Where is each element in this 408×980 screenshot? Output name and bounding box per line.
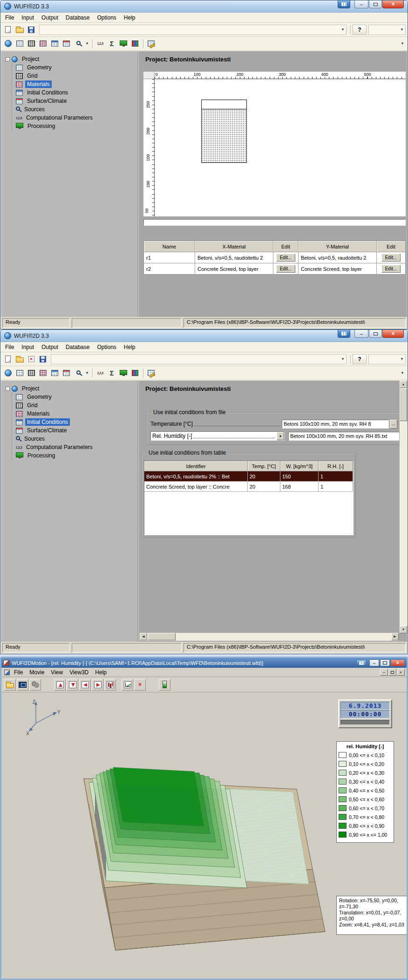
- viewport-3d[interactable]: Z Y X: [1, 692, 407, 979]
- tree-item-geometry[interactable]: Geometry: [16, 393, 136, 401]
- scrollbar-thumb[interactable]: [400, 389, 407, 421]
- graph-button[interactable]: [122, 679, 133, 691]
- computational-parameters-button[interactable]: 1,2,3: [95, 38, 106, 49]
- tree-item-grid[interactable]: Grid: [16, 72, 136, 80]
- surface-plot[interactable]: [52, 735, 331, 968]
- column-header-identifier[interactable]: Identifier: [144, 461, 248, 471]
- help-button[interactable]: ?: [353, 354, 367, 364]
- quantity-button-4[interactable]: [92, 679, 103, 691]
- menu-database[interactable]: Database: [62, 13, 93, 22]
- edit-x-material-button[interactable]: Edit...: [276, 254, 296, 262]
- menu-file[interactable]: File: [11, 668, 26, 677]
- tree-expander[interactable]: -: [6, 57, 10, 61]
- tree-item-geometry[interactable]: Geometry: [16, 63, 136, 72]
- mdi-minimize-button[interactable]: –: [380, 669, 388, 676]
- new-button[interactable]: [2, 354, 14, 365]
- humidity-file-field[interactable]: Betoni 100x100 mm, 20 mm syv. RH 85.txt: [288, 432, 403, 441]
- results-button[interactable]: [118, 38, 129, 49]
- initial-conditions-button[interactable]: [49, 38, 60, 49]
- sources-button[interactable]: [72, 38, 83, 49]
- quantity-button-5[interactable]: [104, 679, 116, 691]
- toolbar-overflow-dropdown[interactable]: ▼: [399, 39, 406, 49]
- materials-button[interactable]: [37, 38, 48, 49]
- menu-help[interactable]: Help: [92, 668, 110, 677]
- tree-item-project[interactable]: - Project: [6, 384, 136, 393]
- scroll-up-button[interactable]: ▲: [400, 381, 407, 388]
- geometry-canvas[interactable]: 0 100 200 300 400 500 250 200 150 100 50: [143, 72, 406, 216]
- close-result-button[interactable]: ×: [134, 679, 146, 691]
- title-bar[interactable]: WUFI®2D 3.3 – ×: [0, 330, 408, 342]
- surface-climate-button[interactable]: [61, 368, 72, 379]
- window-extra-button[interactable]: [338, 0, 350, 8]
- column-header-name[interactable]: Name: [144, 241, 195, 252]
- scroll-right-button[interactable]: ▶: [391, 633, 399, 640]
- table-row[interactable]: r1 Betoni, v/s=0,5, raudoitettu 2 Edit..…: [144, 252, 406, 263]
- computational-parameters-button[interactable]: 1,2,3: [95, 368, 106, 379]
- tree-item-materials[interactable]: Materials: [16, 409, 136, 418]
- maximize-button[interactable]: [369, 330, 382, 338]
- close-button[interactable]: ×: [382, 330, 404, 338]
- edit-x-material-button[interactable]: Edit...: [276, 265, 296, 273]
- scrollbar-thumb[interactable]: [148, 633, 176, 640]
- help-combobox[interactable]: ▼: [368, 25, 406, 35]
- tree-item-sources[interactable]: Sources: [16, 435, 136, 443]
- toolbar-combobox[interactable]: ▼: [39, 25, 347, 35]
- tree-item-surface-climate[interactable]: Surface/Climate: [16, 97, 136, 105]
- help-button[interactable]: ?: [353, 25, 367, 35]
- edit-y-material-button[interactable]: Edit...: [381, 265, 401, 273]
- toolbar-dropdown[interactable]: ▼: [84, 368, 90, 378]
- tree-item-initial-conditions[interactable]: Initial Conditions: [16, 88, 136, 97]
- surface-climate-button[interactable]: [61, 38, 72, 49]
- scroll-down-button[interactable]: ▼: [400, 626, 407, 633]
- tree-item-project[interactable]: - Project: [6, 55, 136, 63]
- material-database-button[interactable]: [129, 38, 141, 49]
- menu-output[interactable]: Output: [38, 13, 62, 22]
- save-button[interactable]: [37, 354, 48, 365]
- tree-item-grid[interactable]: Grid: [16, 401, 136, 409]
- close-button[interactable]: ×: [382, 0, 404, 8]
- maximize-button[interactable]: [380, 659, 390, 666]
- save-button[interactable]: [26, 24, 37, 35]
- tree-item-initial-conditions[interactable]: Initial Conditions: [16, 418, 136, 426]
- geometry-button[interactable]: [14, 368, 25, 379]
- tree-expander[interactable]: -: [6, 387, 10, 391]
- tree-item-surface-climate[interactable]: Surface/Climate: [16, 426, 136, 435]
- column-header-rh[interactable]: R.H. [-]: [319, 461, 353, 471]
- horizontal-scrollbar[interactable]: ◀ ▶: [140, 633, 399, 641]
- minimize-button[interactable]: –: [354, 330, 368, 338]
- tree-item-sources[interactable]: Sources: [16, 105, 136, 114]
- settings-button[interactable]: [29, 679, 41, 691]
- processing-button[interactable]: Σ: [106, 368, 117, 379]
- tree-item-materials[interactable]: Materials: [16, 80, 136, 88]
- toolbar-overflow-dropdown[interactable]: ▼: [399, 368, 406, 378]
- menu-input[interactable]: Input: [18, 342, 38, 352]
- minimize-button[interactable]: –: [354, 0, 368, 8]
- temperature-file-field[interactable]: Betoni 100x100 mm, 20 mm syv. RH 8: [282, 420, 389, 429]
- edit-grid-button[interactable]: [145, 38, 156, 49]
- close-button[interactable]: ×: [391, 659, 405, 666]
- geometry-shape[interactable]: [201, 100, 247, 163]
- column-header-temp[interactable]: Temp. [°C]: [248, 461, 280, 471]
- menu-view[interactable]: View: [48, 668, 66, 677]
- open-button[interactable]: [14, 24, 25, 35]
- legend-settings-button[interactable]: [159, 679, 170, 691]
- humidity-combobox[interactable]: Rel. Humidity [-] ▼: [150, 431, 285, 441]
- menu-help[interactable]: Help: [120, 342, 139, 352]
- open-button[interactable]: [4, 679, 16, 691]
- project-button[interactable]: [2, 368, 14, 379]
- window-extra-button[interactable]: [356, 659, 367, 666]
- material-database-button[interactable]: [129, 368, 141, 379]
- help-combobox[interactable]: ▼: [368, 354, 406, 364]
- column-header-water[interactable]: W. [kg/m^3]: [280, 461, 319, 471]
- tree-item-computational-parameters[interactable]: 1,2,3Computational Parameters: [16, 443, 136, 451]
- quantity-button-2[interactable]: [67, 679, 78, 691]
- tree-item-computational-parameters[interactable]: 1,2,3Computational Parameters: [16, 114, 136, 122]
- open-button[interactable]: [14, 354, 25, 365]
- view3d-button[interactable]: [17, 679, 28, 691]
- column-header-y-material[interactable]: Y-Material: [299, 241, 377, 252]
- close-project-button[interactable]: ×: [26, 354, 37, 365]
- menu-options[interactable]: Options: [93, 13, 120, 22]
- chevron-down-icon[interactable]: ▼: [277, 432, 284, 440]
- mdi-close-button[interactable]: ×: [397, 669, 405, 676]
- geometry-top-layer[interactable]: [202, 100, 246, 109]
